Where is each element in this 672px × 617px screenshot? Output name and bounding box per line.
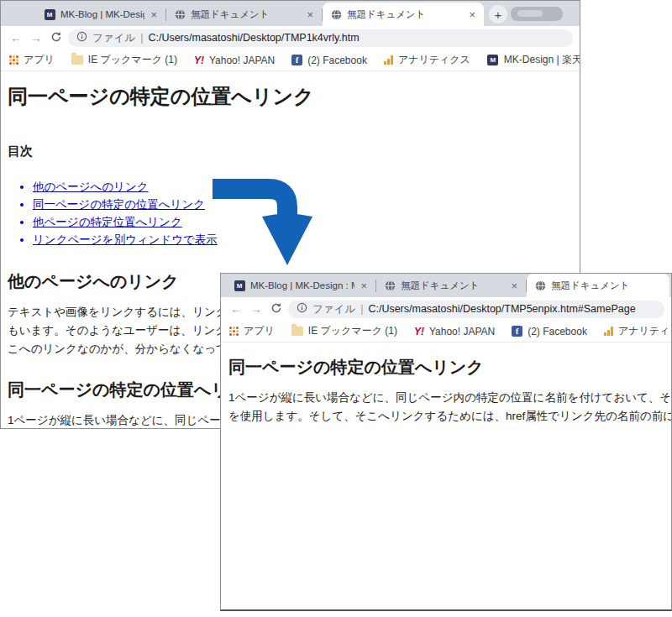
- bookmark-mk-design[interactable]: M MK-Design | 楽天…: [487, 53, 580, 67]
- bookmarks-bar: アプリ IE ブックマーク (1) Y! Yahoo! JAPAN f (2) …: [221, 321, 671, 342]
- apps-grid-icon: [229, 327, 239, 336]
- bookmark-ie-folder[interactable]: IE ブックマーク (1): [291, 324, 397, 338]
- bookmark-label: (2) Facebook: [307, 55, 367, 66]
- toc-link-other-page[interactable]: 他のページへのリンク: [33, 180, 149, 193]
- url-text: C:/Users/masatoshi/Desktop/TMP1k4vrly.ht…: [148, 32, 359, 44]
- tab-untitled-1[interactable]: 無題ドキュメント ×: [166, 3, 322, 26]
- tab-strip: M MK-Blog | MK-Design : MKデ × 無題ドキュメント ×…: [1, 1, 580, 26]
- bookmark-label: IE ブックマーク (1): [88, 53, 177, 67]
- section-paragraph: 1ページが縦に長い場合などに、同じページ内の特定の位置に名前を付けておいて、そこ…: [228, 389, 664, 426]
- mk-favicon-icon: M: [44, 8, 55, 20]
- facebook-icon: f: [512, 326, 522, 337]
- tab-untitled-1[interactable]: 無題ドキュメント ×: [376, 274, 526, 297]
- url-separator: |: [360, 303, 363, 315]
- toc-link-same-page[interactable]: 同一ページの特定の位置へリンク: [33, 198, 205, 211]
- paragraph-line: 1ページが縦に長い場合などに、同じページ内の特定の位置に名前を付けておいて、そこ…: [228, 389, 664, 407]
- tab-strip: M MK-Blog | MK-Design : MKデ × 無題ドキュメント ×…: [221, 274, 671, 297]
- info-icon[interactable]: [76, 31, 87, 44]
- bookmark-apps[interactable]: アプリ: [229, 324, 275, 338]
- reload-icon[interactable]: [268, 302, 285, 316]
- browser-toolbar: ← → ファイル | C:/Users/masatoshi/Desktop/TM…: [1, 26, 580, 50]
- bookmark-apps[interactable]: アプリ: [9, 53, 55, 67]
- forward-icon[interactable]: →: [28, 31, 45, 44]
- tab-title: 無題ドキュメント: [401, 280, 505, 292]
- browser-window-2: M MK-Blog | MK-Design : MKデ × 無題ドキュメント ×…: [220, 273, 672, 611]
- mk-favicon-icon: M: [487, 55, 499, 66]
- url-text: C:/Users/masatoshi/Desktop/TMP5enpix.htm…: [368, 303, 635, 315]
- bookmark-analytics[interactable]: アナリティクス: [384, 53, 470, 67]
- toc-link-other-page-position[interactable]: 他ページの特定位置へリンク: [33, 216, 182, 228]
- paragraph-line: を使用します。そして、そこへリンクするためには、href属性でリンク先の名前の前…: [228, 407, 664, 426]
- tab-close-icon[interactable]: ×: [510, 280, 518, 291]
- apps-grid-icon: [9, 55, 18, 65]
- bookmarks-bar: アプリ IE ブックマーク (1) Y! Yahoo! JAPAN f (2) …: [1, 50, 580, 71]
- blurred-window-controls: [511, 7, 563, 21]
- url-scheme-label: ファイル: [92, 31, 135, 45]
- tab-close-icon[interactable]: ×: [150, 9, 158, 20]
- bookmark-yahoo[interactable]: Y! Yahoo! JAPAN: [194, 55, 275, 66]
- bookmark-label: Yahoo! JAPAN: [209, 55, 275, 66]
- url-scheme-label: ファイル: [312, 302, 355, 316]
- page-content: 同一ページの特定の位置へリンク 1ページが縦に長い場合などに、同じページ内の特定…: [221, 342, 671, 426]
- forward-icon[interactable]: →: [248, 302, 265, 316]
- back-icon[interactable]: ←: [228, 302, 244, 316]
- bookmark-label: アナリティクス: [618, 324, 671, 338]
- toc-link-new-window[interactable]: リンクページを別ウィンドウで表示: [33, 233, 218, 246]
- bookmark-facebook[interactable]: f (2) Facebook: [512, 326, 587, 337]
- tab-close-icon[interactable]: ×: [468, 9, 476, 20]
- bookmark-analytics[interactable]: アナリティクス: [604, 324, 671, 338]
- facebook-icon: f: [291, 55, 302, 65]
- tab-title: MK-Blog | MK-Design : MKデ: [60, 8, 144, 21]
- address-bar[interactable]: ファイル | C:/Users/masatoshi/Desktop/TMP5en…: [288, 301, 664, 318]
- yahoo-icon: Y!: [194, 55, 204, 66]
- bookmark-ie-folder[interactable]: IE ブックマーク (1): [71, 53, 177, 67]
- info-icon[interactable]: [297, 302, 307, 316]
- bookmark-label: IE ブックマーク (1): [308, 324, 397, 338]
- url-separator: |: [140, 32, 143, 44]
- tab-mk-blog[interactable]: M MK-Blog | MK-Design : MKデ ×: [36, 3, 165, 26]
- folder-icon: [71, 55, 83, 65]
- curved-down-arrow: [207, 173, 324, 269]
- bookmark-label: アプリ: [244, 324, 275, 338]
- bookmark-label: アプリ: [24, 53, 55, 67]
- bookmark-yahoo[interactable]: Y! Yahoo! JAPAN: [414, 326, 495, 337]
- bookmark-label: アナリティクス: [398, 53, 470, 67]
- page-title: 同一ページの特定の位置へリンク: [8, 83, 573, 110]
- bookmark-label: Yahoo! JAPAN: [429, 326, 495, 337]
- folder-icon: [291, 327, 303, 336]
- tab-untitled-2-active[interactable]: 無題ドキュメント: [527, 274, 669, 297]
- tab-title: 無題ドキュメント: [347, 8, 463, 21]
- tab-title: 無題ドキュメント: [551, 280, 662, 292]
- bookmark-label: MK-Design | 楽天…: [504, 53, 580, 67]
- bookmark-label: (2) Facebook: [528, 326, 587, 337]
- bookmark-facebook[interactable]: f (2) Facebook: [291, 55, 367, 66]
- tab-title: MK-Blog | MK-Design : MKデ: [250, 280, 354, 292]
- tab-close-icon[interactable]: ×: [360, 280, 368, 291]
- toc-heading: 目次: [8, 144, 573, 159]
- analytics-bars-icon: [604, 327, 613, 336]
- tab-mk-blog[interactable]: M MK-Blog | MK-Design : MKデ ×: [226, 274, 375, 297]
- back-icon[interactable]: ←: [8, 31, 24, 44]
- tab-untitled-2-active[interactable]: 無題ドキュメント ×: [323, 3, 484, 26]
- tab-close-icon[interactable]: ×: [306, 9, 314, 20]
- browser-toolbar: ← → ファイル | C:/Users/masatoshi/Desktop/TM…: [221, 297, 671, 321]
- new-tab-button[interactable]: +: [489, 5, 507, 24]
- section-heading-same-page: 同一ページの特定の位置へリンク: [228, 356, 664, 379]
- yahoo-icon: Y!: [414, 326, 424, 337]
- mk-favicon-icon: M: [234, 280, 245, 291]
- analytics-bars-icon: [384, 55, 393, 65]
- address-bar[interactable]: ファイル | C:/Users/masatoshi/Desktop/TMP1k4…: [68, 29, 573, 47]
- tab-title: 無題ドキュメント: [191, 8, 301, 21]
- globe-icon: [330, 8, 342, 20]
- globe-icon: [384, 280, 396, 291]
- globe-icon: [534, 280, 546, 291]
- reload-icon[interactable]: [48, 31, 65, 45]
- globe-icon: [174, 8, 186, 20]
